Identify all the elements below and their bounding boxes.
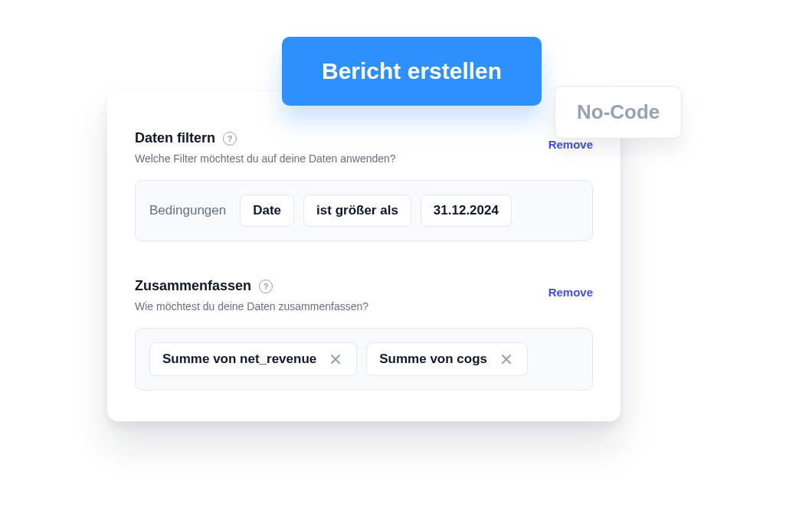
aggregation-chip-text: Summe von net_revenue (162, 352, 316, 367)
help-icon[interactable]: ? (223, 132, 237, 146)
close-icon[interactable] (327, 351, 344, 368)
conditions-label: Bedingungen (149, 203, 226, 218)
close-icon[interactable] (498, 351, 515, 368)
summarize-section-subtitle: Wie möchtest du deine Daten zusammenfass… (135, 300, 368, 312)
aggregation-chip[interactable]: Summe von cogs (366, 342, 528, 376)
filter-section-subtitle: Welche Filter möchtest du auf deine Date… (135, 152, 396, 165)
filter-section: Daten filtern ? Welche Filter möchtest d… (135, 130, 593, 241)
create-report-banner: Bericht erstellen (282, 37, 542, 106)
filter-section-header: Daten filtern ? Welche Filter möchtest d… (135, 130, 593, 180)
report-builder-card: Daten filtern ? Welche Filter möchtest d… (107, 92, 620, 421)
filter-value-chip[interactable]: 31.12.2024 (421, 195, 512, 227)
help-icon[interactable]: ? (259, 280, 273, 293)
summarize-section: Zusammenfassen ? Wie möchtest du deine D… (135, 278, 593, 391)
aggregation-chip-text: Summe von cogs (379, 352, 487, 367)
filter-value-chip-text: 31.12.2024 (434, 203, 499, 218)
filter-section-title: Daten filtern (135, 130, 215, 146)
summarize-aggregations-container: Summe von net_revenue Summe von cogs (135, 328, 593, 391)
filter-conditions-container: Bedingungen Date ist größer als 31.12.20… (135, 180, 593, 241)
filter-field-chip-text: Date (253, 203, 281, 218)
summarize-remove-link[interactable]: Remove (548, 286, 593, 299)
filter-operator-chip-text: ist größer als (316, 203, 398, 218)
no-code-badge: No-Code (555, 86, 682, 139)
summarize-section-title: Zusammenfassen (135, 278, 251, 294)
aggregation-chip[interactable]: Summe von net_revenue (149, 342, 357, 376)
no-code-badge-text: No-Code (577, 100, 660, 123)
filter-remove-link[interactable]: Remove (548, 138, 593, 151)
filter-operator-chip[interactable]: ist größer als (303, 195, 411, 227)
summarize-section-header: Zusammenfassen ? Wie möchtest du deine D… (135, 278, 593, 328)
filter-field-chip[interactable]: Date (240, 195, 294, 227)
create-report-banner-text: Bericht erstellen (322, 58, 502, 83)
